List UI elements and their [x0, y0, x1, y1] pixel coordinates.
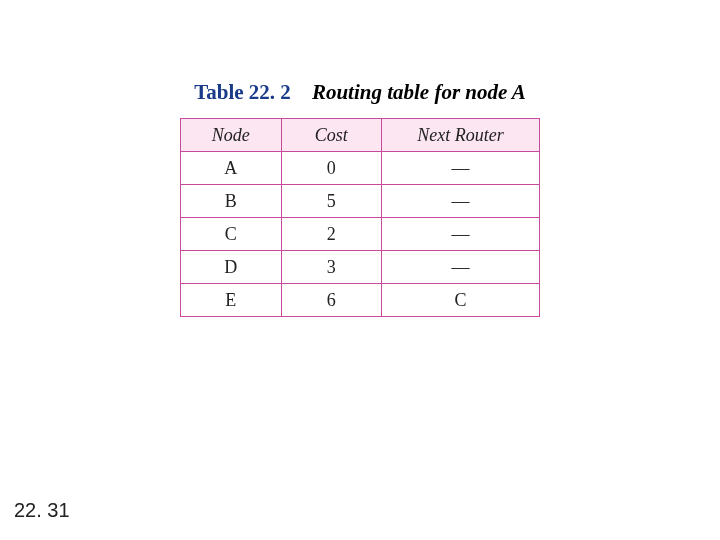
cell-next: — [382, 251, 540, 284]
routing-table-wrap: Node Cost Next Router A 0 — B 5 — C [180, 118, 540, 317]
table-row: A 0 — [181, 152, 540, 185]
cell-cost: 6 [281, 284, 382, 317]
header-cost: Cost [281, 119, 382, 152]
cell-cost: 5 [281, 185, 382, 218]
table-title: Routing table for node A [312, 80, 526, 104]
cell-next: — [382, 152, 540, 185]
routing-table: Node Cost Next Router A 0 — B 5 — C [180, 118, 540, 317]
cell-node: B [181, 185, 282, 218]
table-caption: Table 22. 2 Routing table for node A [0, 80, 720, 105]
cell-node: A [181, 152, 282, 185]
table-row: D 3 — [181, 251, 540, 284]
page-number: 22. 31 [14, 499, 70, 522]
table-header-row: Node Cost Next Router [181, 119, 540, 152]
cell-node: E [181, 284, 282, 317]
cell-cost: 3 [281, 251, 382, 284]
cell-node: C [181, 218, 282, 251]
cell-node: D [181, 251, 282, 284]
header-node: Node [181, 119, 282, 152]
slide: Table 22. 2 Routing table for node A Nod… [0, 0, 720, 540]
cell-next: — [382, 218, 540, 251]
header-next: Next Router [382, 119, 540, 152]
table-row: B 5 — [181, 185, 540, 218]
cell-next: — [382, 185, 540, 218]
cell-cost: 0 [281, 152, 382, 185]
cell-next: C [382, 284, 540, 317]
table-label: Table 22. 2 [194, 80, 291, 104]
table-row: E 6 C [181, 284, 540, 317]
cell-cost: 2 [281, 218, 382, 251]
table-row: C 2 — [181, 218, 540, 251]
